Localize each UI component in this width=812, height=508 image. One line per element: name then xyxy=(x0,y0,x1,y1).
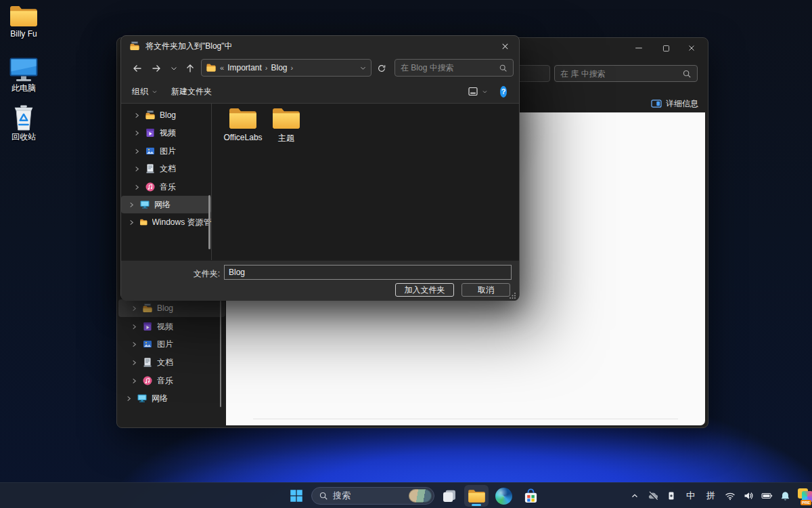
tree-item-videos[interactable]: 视频 xyxy=(118,318,225,335)
minimize-button[interactable] xyxy=(628,41,650,56)
cancel-button[interactable]: 取消 xyxy=(461,283,510,297)
start-button[interactable] xyxy=(284,485,309,507)
chevron-right-icon xyxy=(131,341,138,348)
task-view-button[interactable] xyxy=(437,485,461,507)
wifi-button[interactable] xyxy=(722,486,738,506)
file-item-label: OfficeLabs xyxy=(223,133,263,142)
tree-item-windows-explorer[interactable]: Windows 资源管理器 xyxy=(121,213,211,231)
desktop-icon-recycle-bin[interactable]: 回收站 xyxy=(0,103,47,142)
folder-name-input[interactable] xyxy=(224,265,512,280)
file-explorer-button[interactable] xyxy=(464,485,489,507)
edge-button[interactable] xyxy=(491,485,516,507)
tree-item-label: 音乐 xyxy=(157,375,173,387)
library-icon xyxy=(145,110,156,121)
battery-icon xyxy=(761,490,773,501)
dialog-search-input[interactable] xyxy=(401,63,499,72)
address-bar[interactable]: « Important › Blog › xyxy=(201,59,371,77)
chevron-down-icon[interactable] xyxy=(359,64,367,72)
file-item-theme[interactable]: 主题 xyxy=(266,106,307,144)
device-icon xyxy=(666,490,677,501)
search-icon xyxy=(682,69,692,79)
library-search-input[interactable] xyxy=(560,69,682,79)
store-button[interactable] xyxy=(518,485,543,507)
tree-item-documents[interactable]: 文档 xyxy=(118,354,225,371)
tree-item-pictures[interactable]: 图片 xyxy=(121,142,211,160)
cloud-off-icon xyxy=(647,490,659,502)
forward-button[interactable] xyxy=(148,60,164,77)
taskbar: 搜索 中 xyxy=(0,482,812,508)
file-item-officelabs[interactable]: OfficeLabs xyxy=(223,106,263,142)
recent-locations-button[interactable] xyxy=(166,60,182,77)
ime-language-button[interactable]: 中 xyxy=(681,486,700,506)
breadcrumb-blog[interactable]: Blog xyxy=(271,63,288,72)
close-button[interactable] xyxy=(681,41,702,56)
chevron-right-icon xyxy=(133,165,141,173)
tree-item-label: 视频 xyxy=(157,321,173,333)
dialog-search-box[interactable] xyxy=(394,59,514,77)
file-explorer-icon xyxy=(468,488,486,504)
new-folder-label: 新建文件夹 xyxy=(171,86,212,98)
maximize-button[interactable] xyxy=(655,41,677,56)
tree-item-network[interactable]: 网络 xyxy=(118,389,225,407)
dialog-navigation-tree: Blog 视频 图片 文档 xyxy=(121,105,211,259)
details-toggle[interactable]: 详细信息 xyxy=(651,96,698,111)
organize-menu-button[interactable]: 组织 xyxy=(128,83,162,100)
breadcrumb-collapse[interactable]: « xyxy=(220,64,224,72)
details-label: 详细信息 xyxy=(666,98,698,110)
desktop-icon-this-pc[interactable]: 此电脑 xyxy=(0,57,47,93)
system-tray: 中 拼 PRE xyxy=(627,483,812,508)
tree-item-documents[interactable]: 文档 xyxy=(121,160,211,177)
pictures-icon xyxy=(145,146,156,156)
view-mode-button[interactable] xyxy=(464,83,492,100)
resize-grip-icon[interactable] xyxy=(510,292,516,299)
library-search-box[interactable] xyxy=(554,65,698,82)
battery-button[interactable] xyxy=(759,486,775,506)
chevron-right-icon xyxy=(133,129,141,137)
refresh-button[interactable] xyxy=(374,61,389,76)
tray-overflow-button[interactable] xyxy=(627,486,643,506)
taskbar-search[interactable]: 搜索 xyxy=(311,487,434,505)
up-button[interactable] xyxy=(182,60,198,77)
folder-icon xyxy=(271,106,301,131)
breadcrumb-separator[interactable]: › xyxy=(265,64,268,72)
tree-item-blog[interactable]: Blog xyxy=(121,106,211,124)
tree-item-label: Blog xyxy=(160,110,176,120)
chevron-down-icon xyxy=(170,64,178,72)
tree-item-label: 视频 xyxy=(160,127,176,139)
tree-item-videos[interactable]: 视频 xyxy=(121,124,211,142)
documents-icon xyxy=(142,357,153,368)
help-button[interactable]: ? xyxy=(496,83,511,100)
tree-item-music[interactable]: 音乐 xyxy=(121,178,211,196)
taskbar-search-placeholder: 搜索 xyxy=(333,490,404,502)
recycle-bin-icon xyxy=(11,103,37,131)
notifications-button[interactable] xyxy=(777,486,793,506)
tree-item-pictures[interactable]: 图片 xyxy=(118,335,225,353)
back-button[interactable] xyxy=(129,60,145,77)
folder-icon xyxy=(206,62,217,73)
tree-item-music[interactable]: 音乐 xyxy=(118,372,225,389)
tree-item-network[interactable]: 网络 xyxy=(121,196,211,213)
dialog-close-button[interactable] xyxy=(491,36,519,56)
desktop-icon-billy-fu[interactable]: Billy Fu xyxy=(0,4,47,39)
folder-name-label: 文件夹: xyxy=(163,268,220,280)
device-tray-button[interactable] xyxy=(663,486,679,506)
tree-item-blog[interactable]: Blog xyxy=(118,299,225,317)
monitor-icon xyxy=(9,57,39,83)
tree-item-label: 图片 xyxy=(160,146,176,157)
pane-divider xyxy=(211,104,212,260)
breadcrumb-separator[interactable]: › xyxy=(291,64,294,72)
breadcrumb-important[interactable]: Important xyxy=(227,63,262,72)
sidebar-scrollbar[interactable] xyxy=(220,301,221,407)
organize-label: 组织 xyxy=(132,86,148,98)
network-icon xyxy=(139,199,150,210)
sidebar-scrollbar[interactable] xyxy=(208,195,210,249)
minimize-icon xyxy=(634,43,644,53)
volume-button[interactable] xyxy=(740,486,757,506)
onedrive-tray-button[interactable] xyxy=(645,486,661,506)
search-icon xyxy=(499,64,508,72)
ime-mode-button[interactable]: 拼 xyxy=(702,486,720,506)
new-folder-button[interactable]: 新建文件夹 xyxy=(167,83,216,100)
add-folder-button[interactable]: 加入文件夹 xyxy=(395,283,454,297)
preview-app-button[interactable]: PRE xyxy=(795,486,812,506)
address-bar-fragment xyxy=(515,65,550,82)
